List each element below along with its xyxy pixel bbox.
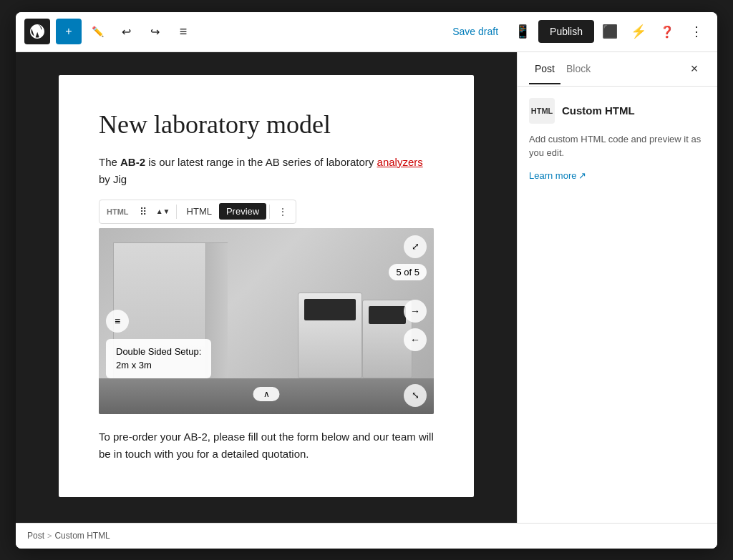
breadcrumb-bar: Post > Custom HTML: [16, 523, 717, 549]
external-link-icon: ↗: [578, 170, 586, 181]
breadcrumb-current: Custom HTML: [54, 531, 110, 541]
page-title: New laboratory model: [99, 109, 434, 139]
prev-slide-button[interactable]: ←: [404, 328, 427, 351]
block-type-title: Custom HTML: [562, 104, 635, 117]
fullscreen-top-button[interactable]: ⤢: [404, 235, 427, 258]
help-button[interactable]: ❓: [654, 19, 680, 44]
toolbar-divider: [176, 205, 177, 219]
list-view-icon: ≡: [180, 24, 188, 39]
intro-text-before: The: [99, 156, 120, 168]
move-up-down-button[interactable]: ▲▼: [153, 202, 173, 222]
block-type-header: HTML Custom HTML: [529, 98, 706, 124]
block-tab-button[interactable]: Block: [560, 54, 596, 84]
drag-icon: ⠿: [140, 206, 147, 217]
ellipsis-vertical-icon: ⋮: [690, 24, 702, 39]
html-tab-button[interactable]: HTML: [180, 203, 219, 220]
arrow-left-icon: ←: [410, 334, 420, 345]
editor-window: + ✏️ ↩ ↪ ≡ Save draft 📱 Publish ⬛ ⚡ ❓ ⋮: [16, 12, 717, 549]
intro-text-end: by Jig: [99, 173, 127, 185]
mobile-view-icon: 📱: [515, 24, 530, 39]
expand-icon-bottom: ⤡: [412, 390, 419, 401]
dots-menu-icon: ⋮: [278, 207, 287, 217]
block-options-button[interactable]: ⋮: [273, 202, 293, 222]
learn-more-label: Learn more: [529, 170, 576, 181]
next-slide-button[interactable]: →: [404, 300, 427, 323]
bottom-paragraph: To pre-order your AB-2, please fill out …: [99, 428, 434, 463]
caption-toggle-button[interactable]: ∧: [253, 387, 280, 401]
post-tab-button[interactable]: Post: [529, 54, 560, 84]
analyzers-link[interactable]: analyzers: [377, 156, 423, 168]
sidebar-header: Post Block ×: [518, 52, 717, 87]
breadcrumb-chevron: >: [47, 531, 52, 540]
main-area: New laboratory model The AB-2 is our lat…: [16, 52, 717, 523]
settings-button[interactable]: ⬛: [597, 19, 623, 44]
fullscreen-bottom-button[interactable]: ⤡: [404, 384, 427, 407]
block-type-label: HTML: [102, 205, 133, 219]
drag-handle-button[interactable]: ⠿: [133, 202, 153, 222]
more-options-button[interactable]: ⋮: [683, 19, 709, 44]
settings-icon: ⬛: [602, 24, 618, 39]
intro-text-bold: AB-2: [120, 156, 145, 168]
sidebar-close-button[interactable]: ×: [683, 57, 706, 80]
intro-paragraph: The AB-2 is our latest range in the AB s…: [99, 154, 434, 188]
block-toolbar: HTML ⠿ ▲▼ HTML Preview ⋮: [99, 200, 296, 224]
tools-button[interactable]: ✏️: [84, 19, 110, 44]
editor-area: New laboratory model The AB-2 is our lat…: [16, 52, 517, 523]
save-draft-button[interactable]: Save draft: [444, 20, 507, 43]
arrow-right-icon: →: [410, 305, 420, 317]
3d-viewer: ⤢ 5 of 5 → ← ⤡: [99, 228, 434, 414]
block-type-description: Add custom HTML code and preview it as y…: [529, 132, 706, 160]
redo-button[interactable]: ↪: [142, 19, 168, 44]
add-block-button[interactable]: +: [56, 19, 82, 44]
viewer-caption: Double Sided Setup: 2m x 3m: [106, 339, 211, 378]
redo-icon: ↪: [150, 25, 160, 39]
intro-text-after: is our latest range in the AB series of …: [145, 156, 377, 168]
sidebar-content: HTML Custom HTML Add custom HTML code an…: [518, 87, 717, 523]
list-view-button[interactable]: ≡: [170, 19, 196, 44]
add-icon: +: [65, 25, 72, 38]
caption-title: Double Sided Setup:: [116, 345, 201, 359]
publish-button[interactable]: Publish: [538, 20, 594, 43]
machine-1-equipment: [298, 293, 362, 378]
view-button[interactable]: 📱: [510, 19, 535, 44]
undo-icon: ↩: [122, 25, 131, 39]
pencil-icon: ✏️: [92, 26, 104, 37]
jetpack-button[interactable]: ⚡: [626, 19, 651, 44]
toolbar-divider-2: [269, 205, 270, 219]
menu-lines-icon: ≡: [115, 315, 120, 327]
help-icon: ❓: [660, 25, 674, 39]
right-sidebar: Post Block × HTML Custom HTML Add custom…: [517, 52, 717, 523]
chevron-up-icon: ∧: [263, 389, 270, 399]
preview-tab-button[interactable]: Preview: [219, 203, 266, 220]
wordpress-logo: [24, 19, 50, 44]
expand-icon-top: ⤢: [412, 241, 419, 252]
jetpack-icon: ⚡: [631, 24, 646, 39]
breadcrumb-post-link[interactable]: Post: [27, 531, 44, 541]
arrows-icon: ▲▼: [156, 207, 170, 215]
undo-button[interactable]: ↩: [113, 19, 139, 44]
top-toolbar: + ✏️ ↩ ↪ ≡ Save draft 📱 Publish ⬛ ⚡ ❓ ⋮: [16, 12, 717, 52]
page-content: New laboratory model The AB-2 is our lat…: [59, 75, 474, 497]
viewer-menu-button[interactable]: ≡: [106, 310, 129, 333]
learn-more-link[interactable]: Learn more ↗: [529, 170, 586, 181]
slide-count-badge: 5 of 5: [389, 264, 427, 280]
viewer-background: [99, 228, 434, 414]
block-type-icon: HTML: [529, 98, 555, 124]
caption-detail: 2m x 3m: [116, 358, 201, 373]
